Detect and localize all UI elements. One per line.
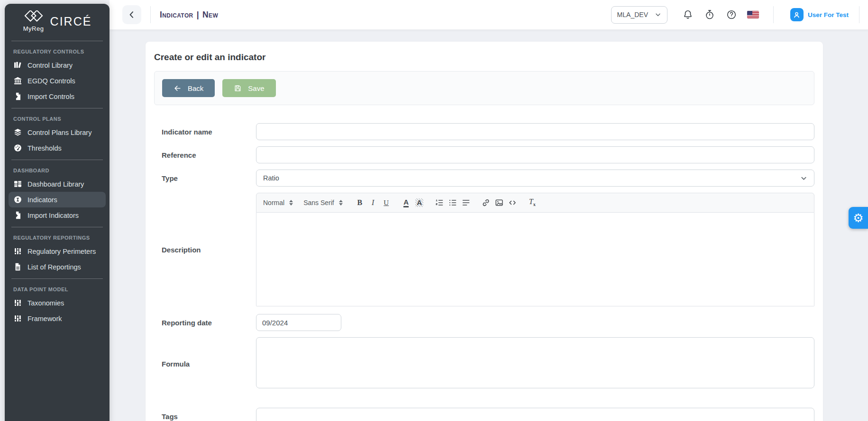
sidebar-item-label: Import Controls [27, 93, 74, 100]
editor-image-button[interactable] [493, 196, 506, 209]
sidebar-item-list-of-reportings[interactable]: List of Reportings [5, 259, 110, 275]
reference-input[interactable] [256, 146, 814, 163]
indicator-form-card: Create or edit an indicator Back Save In… [146, 42, 823, 421]
editor-ordered-list-button[interactable] [433, 196, 446, 209]
brand-logo[interactable]: MyReg CIRCÉ [5, 4, 110, 37]
editor-link-button[interactable] [479, 196, 493, 209]
reporting-date-input[interactable] [256, 314, 341, 331]
formula-label: Formula [162, 360, 256, 368]
editor-text-color-button[interactable]: A [400, 196, 413, 209]
breadcrumb-page: New [202, 10, 218, 19]
us-flag-icon [747, 11, 759, 18]
type-label: Type [162, 174, 256, 182]
sidebar-item-dashboard-library[interactable]: Dashboard Library [5, 176, 110, 192]
sidebar-section-title-data-point-model: DATA POINT MODEL [5, 283, 110, 295]
file-import-icon [13, 92, 22, 100]
editor-bold-button[interactable]: B [353, 196, 366, 209]
editor-underline-button[interactable]: U [380, 196, 393, 209]
sidebar-item-indicators[interactable]: Indicators [9, 192, 106, 207]
sidebar-item-label: Indicators [27, 196, 57, 204]
breadcrumb-section: Indicator [160, 10, 193, 19]
sidebar-item-label: Thresholds [27, 144, 62, 152]
editor-button-group: AA [400, 196, 426, 209]
user-menu[interactable]: User For Test [790, 8, 849, 21]
user-name: User For Test [808, 11, 849, 18]
editor-format-select[interactable]: Normal [263, 199, 293, 206]
sidebar-item-label: Taxonomies [27, 299, 64, 307]
editor-background-color-button[interactable]: A [413, 196, 426, 209]
save-button-label: Save [248, 84, 264, 92]
header-divider [150, 6, 151, 23]
type-row: Type Ratio [154, 170, 814, 187]
description-editor: Normal Sans Serif BIUAATx [256, 193, 814, 306]
sidebar-section-title-dashboard: DASHBOARD [5, 164, 110, 176]
description-row: Description Normal Sans Serif BIUAATx [154, 193, 814, 306]
type-select[interactable]: Ratio [256, 170, 814, 187]
sidebar-item-control-library[interactable]: Control Library [5, 57, 110, 73]
user-avatar-icon [790, 8, 804, 21]
sidebar-item-taxonomies[interactable]: Taxonomies [5, 295, 110, 311]
myreg-logo-icon: MyReg [23, 10, 45, 32]
stopwatch-icon [704, 9, 715, 20]
editor-button-group: Tx [526, 196, 539, 209]
editor-italic-button[interactable]: I [366, 196, 380, 209]
chevron-left-icon [127, 10, 137, 19]
editor-toolbar: Normal Sans Serif BIUAATx [256, 193, 814, 213]
sidebar-item-import-indicators[interactable]: Import Indicators [5, 207, 110, 223]
sidebar-section-title-control-plans: CONTROL PLANS [5, 112, 110, 125]
chevron-down-icon [655, 11, 661, 18]
sliders-icon [13, 247, 22, 255]
breadcrumb: Indicator|New [160, 10, 218, 20]
sliders-icon [13, 299, 22, 307]
environment-select[interactable]: MLA_DEV [611, 6, 667, 24]
editor-button-group: BIU [353, 196, 393, 209]
editor-code-block-button[interactable] [506, 196, 519, 209]
sidebar-section-divider [11, 278, 103, 279]
indicator-name-input[interactable] [256, 123, 814, 140]
language-button[interactable] [742, 5, 764, 24]
sidebar-item-label: EGDQ Controls [27, 77, 75, 85]
sidebar-item-control-plans-library[interactable]: Control Plans Library [5, 125, 110, 140]
sidebar-item-label: Dashboard Library [27, 180, 84, 188]
sidebar-item-regulatory-perimeters[interactable]: Regulatory Perimeters [5, 243, 110, 259]
back-button-label: Back [188, 84, 203, 92]
form-action-bar: Back Save [154, 71, 814, 105]
app-name: CIRCÉ [50, 15, 92, 28]
sidebar-item-egdq-controls[interactable]: EGDQ Controls [5, 73, 110, 89]
editor-bullet-list-button[interactable] [446, 196, 459, 209]
help-button[interactable] [721, 5, 742, 24]
header-divider [859, 6, 859, 23]
help-icon [726, 9, 737, 20]
arrow-left-icon [174, 84, 182, 92]
settings-flyout-button[interactable]: ⚙ [849, 207, 868, 229]
chevron-down-icon [800, 175, 807, 182]
sidebar-item-label: List of Reportings [27, 263, 81, 271]
editor-clear-formatting-button[interactable]: Tx [526, 196, 539, 209]
save-button[interactable]: Save [222, 79, 275, 97]
description-editor-content[interactable] [256, 213, 814, 306]
sidebar-section-title-regulatory-controls: REGULATORY CONTROLS [5, 45, 110, 57]
editor-align-button[interactable] [459, 196, 473, 209]
timer-button[interactable] [699, 5, 721, 24]
description-label: Description [162, 246, 256, 254]
formula-textarea[interactable] [256, 337, 814, 388]
file-import-icon [13, 211, 22, 219]
books-icon [13, 61, 22, 69]
header-back-button[interactable] [122, 5, 141, 24]
back-button[interactable]: Back [162, 79, 215, 97]
sidebar-section-divider [11, 160, 103, 160]
sidebar-item-label: Regulatory Perimeters [27, 248, 96, 255]
sidebar-item-import-controls[interactable]: Import Controls [5, 89, 110, 104]
sidebar-item-framework[interactable]: Framework [5, 311, 110, 326]
updown-arrows-icon [339, 200, 343, 206]
breadcrumb-separator: | [197, 10, 199, 19]
sidebar-item-thresholds[interactable]: Thresholds [5, 140, 110, 156]
tags-input[interactable] [256, 408, 814, 421]
sidebar-section-divider [11, 108, 103, 108]
notifications-button[interactable] [677, 5, 699, 24]
save-floppy-icon [234, 84, 242, 92]
editor-font-select[interactable]: Sans Serif [303, 199, 343, 206]
gear-icon: ⚙ [853, 211, 863, 225]
indicator-circle-icon [13, 196, 22, 204]
header-divider [773, 6, 774, 23]
